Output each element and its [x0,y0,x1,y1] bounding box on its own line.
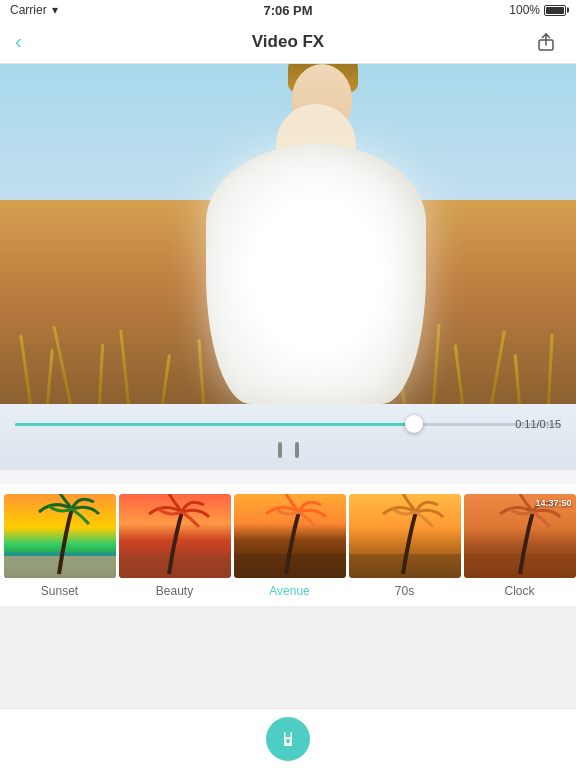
palm-tree-avenue [234,494,346,578]
effect-item-beauty[interactable]: Beauty [117,494,232,606]
video-player[interactable] [0,64,576,404]
effect-thumbnail-clock: 14:37:50 [464,494,576,578]
pause-button[interactable] [278,442,299,458]
dress [206,144,426,404]
back-button[interactable]: ‹ [15,30,45,53]
effect-item-avenue[interactable]: Avenue [232,494,347,606]
effect-label-avenue: Avenue [269,584,309,598]
pause-bar-right [295,442,299,458]
nav-title: Video FX [252,32,324,52]
effect-thumbnail-avenue [234,494,346,578]
battery-icon [544,5,566,16]
playback-controls[interactable] [15,438,561,462]
effect-label-beauty: Beauty [156,584,193,598]
effect-thumbnail-sunset [4,494,116,578]
bottom-toolbar [0,708,576,768]
carrier-label: Carrier [10,3,47,17]
progress-fill [15,423,414,426]
share-button[interactable] [531,27,561,57]
battery-fill [546,7,564,14]
spacer [0,470,576,484]
wifi-icon: ▾ [52,3,58,17]
time-display: 0:11/0:15 [515,418,561,430]
battery-percent: 100% [509,3,540,17]
status-time: 7:06 PM [263,3,312,18]
save-button[interactable] [266,717,310,761]
effect-item-sunset[interactable]: Sunset [2,494,117,606]
progress-bar-container[interactable]: 0:11/0:15 [15,414,561,434]
palm-tree-sunset [4,494,116,578]
palm-tree-70s [349,494,461,578]
palm-tree-beauty [119,494,231,578]
effect-thumbnail-beauty [119,494,231,578]
pause-bar-left [278,442,282,458]
status-bar: Carrier ▾ 7:06 PM 100% [0,0,576,20]
video-frame [0,64,576,404]
video-controls: 0:11/0:15 [0,404,576,470]
share-icon [536,32,556,52]
status-left: Carrier ▾ [10,3,58,17]
status-right: 100% [509,3,566,17]
save-icon [277,728,299,750]
person-figure [176,84,456,404]
progress-thumb[interactable] [405,415,423,433]
effect-thumbnail-70s [349,494,461,578]
effect-label-clock: Clock [504,584,534,598]
effect-item-clock[interactable]: 14:37:50 Clock [462,494,576,606]
clock-overlay-time: 14:37:50 [535,498,571,508]
effect-label-sunset: Sunset [41,584,78,598]
effects-section: Sunset [0,484,576,606]
svg-rect-13 [287,739,290,743]
effect-item-70s[interactable]: 70s [347,494,462,606]
progress-track[interactable] [15,423,561,426]
effects-row: Sunset [0,494,576,606]
nav-bar: ‹ Video FX [0,20,576,64]
svg-rect-5 [119,554,231,578]
effect-label-70s: 70s [395,584,414,598]
